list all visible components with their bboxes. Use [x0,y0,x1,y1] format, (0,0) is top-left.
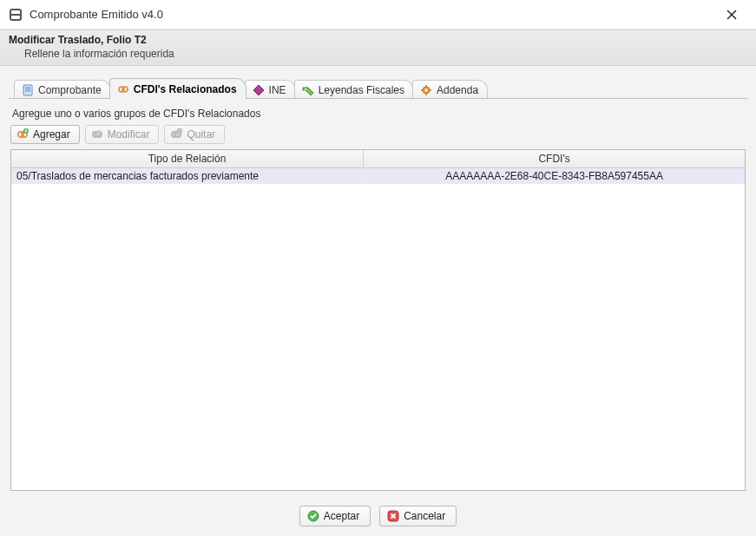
table-row[interactable]: 05/Traslados de mercancias facturados pr… [11,167,745,184]
titlebar: Comprobante Emitido v4.0 [0,0,756,29]
footer: Aceptar Cancelar [0,501,756,536]
gear-icon [420,84,432,96]
toolbar: Agregar Modificar Quitar [10,123,746,149]
tab-leyendas-fiscales[interactable]: Leyendas Fiscales [294,80,414,99]
col-header-cfdis[interactable]: CFDI's [364,150,745,167]
page-title: Modificar Traslado, Folio T2 [9,34,747,46]
document-icon [22,84,34,96]
tab-comprobante[interactable]: Comprobante [14,80,111,99]
tab-strip: Comprobante CFDI's Relacionados INE Leye… [9,78,747,99]
cancel-button[interactable]: Cancelar [379,506,457,526]
svg-point-13 [425,88,428,91]
svg-marker-10 [253,85,264,95]
table-header-row: Tipo de Relación CFDI's [11,150,745,167]
app-icon [9,8,23,22]
cfdis-table[interactable]: Tipo de Relación CFDI's 05/Traslados de … [10,149,746,491]
tab-label: Addenda [437,84,478,96]
accept-button[interactable]: Aceptar [299,506,371,526]
remove-icon [170,128,182,141]
tab-panel-cfdis: Agregue uno o varios grupos de CFDI's Re… [9,99,747,494]
check-icon [307,510,319,522]
header-band: Modificar Traslado, Folio T2 Rellene la … [0,29,756,66]
cell-cfdis: AAAAAAAA-2E68-40CE-8343-FB8A597455AA [364,167,745,184]
tab-label: Leyendas Fiscales [319,84,404,96]
add-button[interactable]: Agregar [10,125,80,144]
tab-label: CFDI's Relacionados [134,83,237,95]
tab-label: INE [269,84,286,96]
page-subtitle: Rellene la información requerida [9,48,747,60]
button-label: Cancelar [404,510,445,522]
close-button[interactable] [714,3,749,27]
tab-ine[interactable]: INE [245,80,296,99]
svg-point-9 [122,87,128,92]
add-icon [16,128,29,141]
close-icon [726,10,737,20]
svg-rect-1 [10,14,21,16]
button-label: Quitar [187,128,215,141]
cell-relation: 05/Traslados de mercancias facturados pr… [11,167,364,184]
svg-rect-4 [23,85,32,95]
remove-button: Quitar [164,125,225,144]
tab-addenda[interactable]: Addenda [412,80,488,99]
button-label: Modificar [108,128,150,141]
tag-icon [302,84,314,96]
window-title: Comprobante Emitido v4.0 [30,8,163,21]
edit-icon [91,128,103,141]
tab-label: Comprobante [38,84,102,96]
col-header-relation[interactable]: Tipo de Relación [11,150,364,167]
tab-cfdis-relacionados[interactable]: CFDI's Relacionados [109,78,247,99]
cancel-icon [387,510,399,522]
diamond-icon [253,84,265,96]
instruction-text: Agregue uno o varios grupos de CFDI's Re… [10,108,746,120]
link-icon [117,83,129,95]
button-label: Agregar [33,128,70,141]
window: Comprobante Emitido v4.0 Modificar Trasl… [0,0,756,536]
body: Comprobante CFDI's Relacionados INE Leye… [0,66,756,501]
svg-point-11 [305,88,306,90]
button-label: Aceptar [324,510,359,522]
edit-button: Modificar [85,125,160,144]
